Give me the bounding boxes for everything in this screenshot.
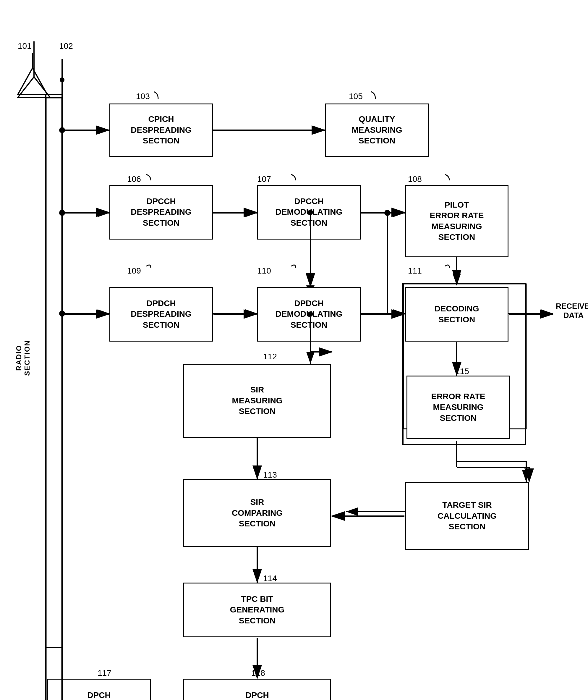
ref-109: 109 xyxy=(127,266,141,275)
ref-117: 117 xyxy=(98,668,111,678)
svg-point-7 xyxy=(59,127,65,133)
error-rate-measuring-block: ERROR RATEMEASURINGSECTION xyxy=(406,376,510,439)
svg-point-10 xyxy=(59,210,65,216)
ref-112: 112 xyxy=(263,352,277,362)
received-data-label: RECEIVEDDATA xyxy=(556,302,588,320)
quality-measuring-label: QUALITYMEASURINGSECTION xyxy=(351,114,402,146)
ref-118: 118 xyxy=(251,668,265,678)
dpcch-despreading-label: DPCCHDESPREADINGSECTION xyxy=(131,196,191,228)
received-data-text: RECEIVEDDATA xyxy=(556,302,588,320)
svg-marker-3 xyxy=(18,68,47,95)
dpcch-despreading-block: DPCCHDESPREADINGSECTION xyxy=(109,185,213,239)
ref-113: 113 xyxy=(263,470,277,480)
ref-103: 103 xyxy=(136,92,150,101)
ref-108: 108 xyxy=(408,174,422,184)
sir-measuring-block: SIRMEASURINGSECTION xyxy=(183,364,331,438)
target-sir-calculating-block: TARGET SIRCALCULATINGSECTION xyxy=(405,482,529,550)
ref-107: 107 xyxy=(257,174,271,184)
dpdch-demodulating-label: DPDCHDEMODULATINGSECTION xyxy=(276,298,343,330)
ref-106: 106 xyxy=(127,174,141,184)
ref-102: 102 xyxy=(59,41,73,51)
sir-measuring-label: SIRMEASURINGSECTION xyxy=(232,385,282,417)
tpc-bit-generating-label: TPC BITGENERATINGSECTION xyxy=(230,594,285,626)
dpch-spreading-block: DPCHSPREADINGSECTION xyxy=(47,679,151,700)
ref-114: 114 xyxy=(263,574,277,583)
dpcch-demodulating-block: DPCCHDEMODULATINGSECTION xyxy=(257,185,361,239)
ref-115: 115 xyxy=(455,367,469,376)
tpc-bit-generating-block: TPC BITGENERATINGSECTION xyxy=(183,583,331,637)
radio-section-label: RADIOSECTION xyxy=(15,340,44,376)
sir-comparing-block: SIRCOMPARINGSECTION xyxy=(183,479,331,547)
diagram: 101 102 RADIOSECTION 103 CPICHDESPREADIN… xyxy=(0,0,588,700)
ref-110: 110 xyxy=(257,266,271,275)
dpch-spreading-label: DPCHSPREADINGSECTION xyxy=(74,690,124,700)
ref-105: 105 xyxy=(349,92,363,101)
ref-111: 111 xyxy=(408,266,422,275)
decoding-block: DECODINGSECTION xyxy=(405,287,508,341)
error-rate-measuring-label: ERROR RATEMEASURINGSECTION xyxy=(431,391,485,424)
cpich-despreading-label: CPICHDESPREADINGSECTION xyxy=(131,114,191,146)
sir-comparing-label: SIRCOMPARINGSECTION xyxy=(232,497,283,529)
svg-point-5 xyxy=(60,77,64,82)
pilot-error-rate-label: PILOTERROR RATEMEASURINGSECTION xyxy=(430,200,484,243)
ref-101: 101 xyxy=(18,41,32,51)
dpdch-despreading-label: DPDCHDESPREADINGSECTION xyxy=(131,298,191,330)
decoding-label: DECODINGSECTION xyxy=(435,303,479,325)
pilot-error-rate-block: PILOTERROR RATEMEASURINGSECTION xyxy=(405,185,508,257)
dpcch-demodulating-label: DPCCHDEMODULATINGSECTION xyxy=(276,196,343,228)
svg-point-17 xyxy=(59,310,65,316)
cpich-despreading-block: CPICHDESPREADINGSECTION xyxy=(109,103,213,157)
svg-point-35 xyxy=(384,210,390,216)
dpdch-demodulating-block: DPDCHDEMODULATINGSECTION xyxy=(257,287,361,341)
quality-measuring-block: QUALITYMEASURINGSECTION xyxy=(325,103,429,157)
target-sir-calculating-label: TARGET SIRCALCULATINGSECTION xyxy=(438,500,497,532)
dpch-modulation-block: DPCHMODULATIONSECTION xyxy=(183,679,331,700)
svg-rect-2 xyxy=(46,95,62,648)
radio-section-text: RADIOSECTION xyxy=(15,340,31,376)
dpdch-despreading-block: DPDCHDESPREADINGSECTION xyxy=(109,287,213,341)
dpch-modulation-label: DPCHMODULATIONSECTION xyxy=(229,690,285,700)
